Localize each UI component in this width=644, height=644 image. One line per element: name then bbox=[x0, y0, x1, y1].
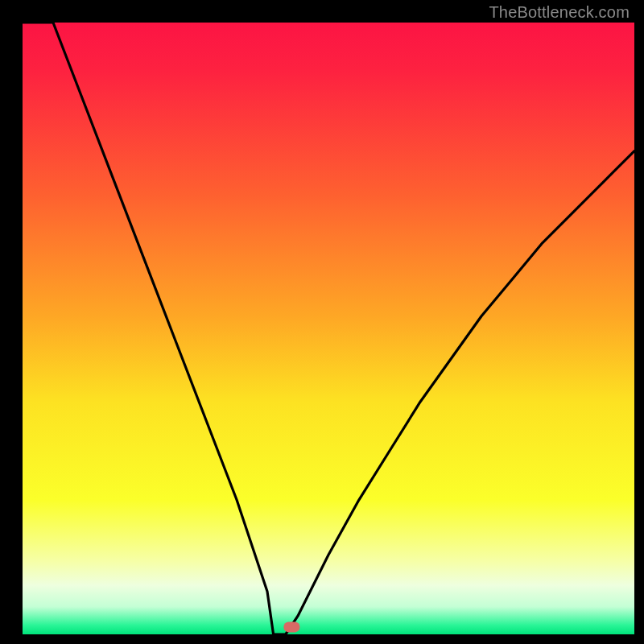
watermark-text: TheBottleneck.com bbox=[489, 3, 630, 22]
current-config-marker bbox=[283, 621, 299, 632]
chart-frame: TheBottleneck.com bbox=[0, 0, 644, 644]
plot-background bbox=[23, 23, 634, 634]
bottleneck-chart bbox=[0, 0, 644, 644]
